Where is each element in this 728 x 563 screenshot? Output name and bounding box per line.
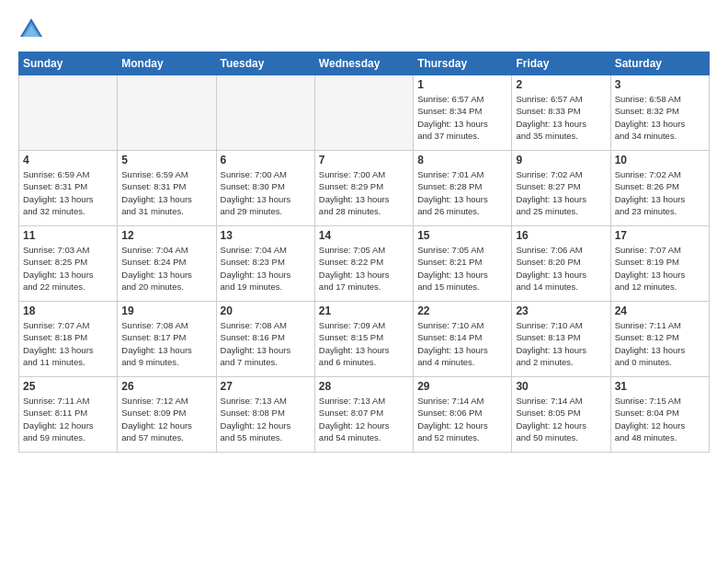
day-number: 29	[417, 380, 507, 393]
header	[18, 17, 710, 42]
calendar-day-cell: 10Sunrise: 7:02 AM Sunset: 8:26 PM Dayli…	[610, 151, 709, 226]
day-info: Sunrise: 7:04 AM Sunset: 8:23 PM Dayligh…	[221, 244, 311, 293]
calendar-week-row: 4Sunrise: 6:59 AM Sunset: 8:31 PM Daylig…	[19, 151, 710, 226]
day-number: 13	[221, 229, 311, 242]
weekday-header-monday: Monday	[118, 52, 216, 75]
day-number: 11	[23, 229, 113, 242]
page: SundayMondayTuesdayWednesdayThursdayFrid…	[0, 0, 728, 563]
calendar-day-cell: 9Sunrise: 7:02 AM Sunset: 8:27 PM Daylig…	[512, 151, 610, 226]
calendar-day-cell: 6Sunrise: 7:00 AM Sunset: 8:30 PM Daylig…	[216, 151, 314, 226]
day-info: Sunrise: 7:06 AM Sunset: 8:20 PM Dayligh…	[516, 244, 606, 293]
day-info: Sunrise: 7:01 AM Sunset: 8:28 PM Dayligh…	[417, 168, 507, 217]
day-number: 19	[121, 304, 211, 317]
day-number: 16	[516, 229, 606, 242]
day-number: 6	[221, 154, 311, 167]
calendar-day-cell: 8Sunrise: 7:01 AM Sunset: 8:28 PM Daylig…	[414, 151, 512, 226]
calendar-day-cell	[118, 75, 216, 151]
day-info: Sunrise: 7:00 AM Sunset: 8:29 PM Dayligh…	[319, 168, 409, 217]
weekday-header-saturday: Saturday	[610, 52, 709, 75]
calendar-day-cell: 3Sunrise: 6:58 AM Sunset: 8:32 PM Daylig…	[610, 75, 709, 151]
calendar-day-cell	[216, 75, 314, 151]
day-info: Sunrise: 7:10 AM Sunset: 8:13 PM Dayligh…	[516, 319, 606, 368]
day-number: 3	[615, 78, 705, 91]
calendar-day-cell: 1Sunrise: 6:57 AM Sunset: 8:34 PM Daylig…	[414, 75, 512, 151]
day-number: 4	[23, 154, 113, 167]
calendar-day-cell: 28Sunrise: 7:13 AM Sunset: 8:07 PM Dayli…	[314, 377, 413, 453]
day-number: 30	[516, 380, 606, 393]
day-info: Sunrise: 7:12 AM Sunset: 8:09 PM Dayligh…	[121, 395, 211, 443]
day-number: 18	[23, 304, 113, 317]
day-info: Sunrise: 7:00 AM Sunset: 8:30 PM Dayligh…	[221, 168, 311, 217]
calendar-day-cell: 2Sunrise: 6:57 AM Sunset: 8:33 PM Daylig…	[512, 75, 610, 151]
calendar-day-cell: 18Sunrise: 7:07 AM Sunset: 8:18 PM Dayli…	[19, 302, 118, 377]
day-number: 31	[615, 380, 705, 393]
calendar-day-cell: 31Sunrise: 7:15 AM Sunset: 8:04 PM Dayli…	[610, 377, 709, 453]
calendar-day-cell: 4Sunrise: 6:59 AM Sunset: 8:31 PM Daylig…	[19, 151, 118, 226]
calendar-day-cell: 22Sunrise: 7:10 AM Sunset: 8:14 PM Dayli…	[414, 302, 512, 377]
day-info: Sunrise: 7:11 AM Sunset: 8:12 PM Dayligh…	[615, 319, 705, 368]
day-number: 26	[121, 380, 211, 393]
day-number: 21	[319, 304, 409, 317]
calendar-day-cell: 17Sunrise: 7:07 AM Sunset: 8:19 PM Dayli…	[610, 226, 709, 302]
calendar-day-cell: 29Sunrise: 7:14 AM Sunset: 8:06 PM Dayli…	[414, 377, 512, 453]
day-number: 1	[417, 78, 507, 91]
day-number: 8	[417, 154, 507, 167]
calendar-day-cell: 13Sunrise: 7:04 AM Sunset: 8:23 PM Dayli…	[216, 226, 314, 302]
day-info: Sunrise: 7:10 AM Sunset: 8:14 PM Dayligh…	[417, 319, 507, 368]
day-info: Sunrise: 7:05 AM Sunset: 8:21 PM Dayligh…	[417, 244, 507, 293]
calendar-day-cell: 11Sunrise: 7:03 AM Sunset: 8:25 PM Dayli…	[19, 226, 118, 302]
calendar-day-cell	[19, 75, 118, 151]
day-info: Sunrise: 7:05 AM Sunset: 8:22 PM Dayligh…	[319, 244, 409, 293]
day-info: Sunrise: 7:14 AM Sunset: 8:05 PM Dayligh…	[516, 395, 606, 443]
calendar-day-cell: 24Sunrise: 7:11 AM Sunset: 8:12 PM Dayli…	[610, 302, 709, 377]
calendar-day-cell: 23Sunrise: 7:10 AM Sunset: 8:13 PM Dayli…	[512, 302, 610, 377]
calendar-day-cell: 14Sunrise: 7:05 AM Sunset: 8:22 PM Dayli…	[314, 226, 413, 302]
day-number: 27	[221, 380, 311, 393]
weekday-header-tuesday: Tuesday	[216, 52, 314, 75]
calendar-day-cell: 19Sunrise: 7:08 AM Sunset: 8:17 PM Dayli…	[118, 302, 216, 377]
calendar-day-cell: 27Sunrise: 7:13 AM Sunset: 8:08 PM Dayli…	[216, 377, 314, 453]
day-number: 23	[516, 304, 606, 317]
calendar-week-row: 1Sunrise: 6:57 AM Sunset: 8:34 PM Daylig…	[19, 75, 710, 151]
calendar-day-cell: 15Sunrise: 7:05 AM Sunset: 8:21 PM Dayli…	[414, 226, 512, 302]
weekday-header-friday: Friday	[512, 52, 610, 75]
day-number: 17	[615, 229, 705, 242]
day-info: Sunrise: 7:07 AM Sunset: 8:19 PM Dayligh…	[615, 244, 705, 293]
day-info: Sunrise: 7:15 AM Sunset: 8:04 PM Dayligh…	[615, 395, 705, 443]
day-number: 10	[615, 154, 705, 167]
day-number: 22	[417, 304, 507, 317]
day-info: Sunrise: 7:03 AM Sunset: 8:25 PM Dayligh…	[23, 244, 113, 293]
day-info: Sunrise: 7:11 AM Sunset: 8:11 PM Dayligh…	[23, 395, 113, 443]
day-info: Sunrise: 7:07 AM Sunset: 8:18 PM Dayligh…	[23, 319, 113, 368]
day-number: 9	[516, 154, 606, 167]
day-number: 15	[417, 229, 507, 242]
day-info: Sunrise: 7:08 AM Sunset: 8:17 PM Dayligh…	[121, 319, 211, 368]
day-info: Sunrise: 6:59 AM Sunset: 8:31 PM Dayligh…	[23, 168, 113, 217]
day-number: 2	[516, 78, 606, 91]
day-info: Sunrise: 6:57 AM Sunset: 8:34 PM Dayligh…	[417, 93, 507, 142]
calendar-day-cell	[314, 75, 413, 151]
day-info: Sunrise: 7:04 AM Sunset: 8:24 PM Dayligh…	[121, 244, 211, 293]
calendar-day-cell: 20Sunrise: 7:08 AM Sunset: 8:16 PM Dayli…	[216, 302, 314, 377]
day-info: Sunrise: 7:13 AM Sunset: 8:08 PM Dayligh…	[221, 395, 311, 443]
day-number: 7	[319, 154, 409, 167]
day-info: Sunrise: 6:59 AM Sunset: 8:31 PM Dayligh…	[121, 168, 211, 217]
day-info: Sunrise: 7:02 AM Sunset: 8:26 PM Dayligh…	[615, 168, 705, 217]
day-info: Sunrise: 7:14 AM Sunset: 8:06 PM Dayligh…	[417, 395, 507, 443]
day-info: Sunrise: 6:57 AM Sunset: 8:33 PM Dayligh…	[516, 93, 606, 142]
weekday-header-thursday: Thursday	[414, 52, 512, 75]
day-number: 24	[615, 304, 705, 317]
calendar-day-cell: 16Sunrise: 7:06 AM Sunset: 8:20 PM Dayli…	[512, 226, 610, 302]
day-number: 12	[121, 229, 211, 242]
calendar-day-cell: 7Sunrise: 7:00 AM Sunset: 8:29 PM Daylig…	[314, 151, 413, 226]
logo-icon	[18, 17, 44, 42]
calendar-week-row: 18Sunrise: 7:07 AM Sunset: 8:18 PM Dayli…	[19, 302, 710, 377]
calendar-day-cell: 21Sunrise: 7:09 AM Sunset: 8:15 PM Dayli…	[314, 302, 413, 377]
day-number: 28	[319, 380, 409, 393]
calendar-day-cell: 12Sunrise: 7:04 AM Sunset: 8:24 PM Dayli…	[118, 226, 216, 302]
day-number: 25	[23, 380, 113, 393]
weekday-header-row: SundayMondayTuesdayWednesdayThursdayFrid…	[19, 52, 710, 75]
day-number: 20	[221, 304, 311, 317]
day-number: 14	[319, 229, 409, 242]
weekday-header-wednesday: Wednesday	[314, 52, 413, 75]
